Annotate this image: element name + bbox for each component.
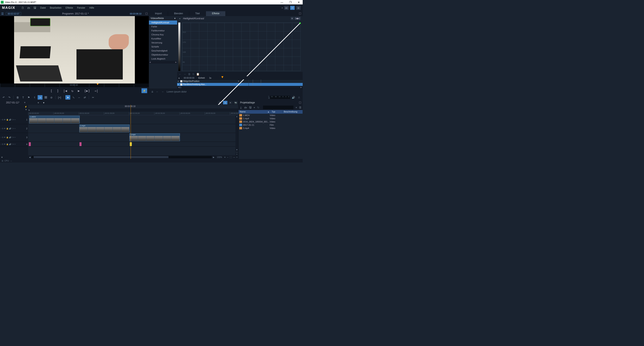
hint-back-icon[interactable]: ← xyxy=(156,90,158,93)
ripple-tool[interactable]: ⇄ xyxy=(82,95,87,100)
fx-curve-editor[interactable]: 213 170 128 85 xyxy=(182,21,301,71)
zoom-dropdown-icon[interactable]: ▾ xyxy=(224,156,226,158)
link-button[interactable]: 𐄳 xyxy=(43,95,48,100)
fx-item-geschwindigkeit[interactable]: Geschwindigkeit xyxy=(149,49,177,53)
maximize-panel-icon[interactable] xyxy=(146,13,148,15)
zoom-in-icon[interactable]: + xyxy=(236,156,238,158)
fx-reset-icon[interactable]: |◀▶| xyxy=(294,17,301,20)
fx-item-farbe[interactable]: Farbe xyxy=(149,24,177,28)
cut-tool[interactable]: ✂ xyxy=(90,95,96,100)
track-head[interactable]: ▫S👁🔒🔊⎍•÷2 xyxy=(0,124,28,133)
track-head[interactable]: ▫S👁🔒🔊⎍•÷1 xyxy=(0,115,28,124)
range-start-icon[interactable]: [ xyxy=(50,89,52,93)
fx-item-farbkorrektur[interactable]: Farbkorrektur xyxy=(149,28,177,32)
redo-button[interactable]: ↷ xyxy=(7,95,12,100)
snap-button[interactable]: ⊃ xyxy=(38,95,42,100)
chevron-double-down-icon[interactable]: ⇊ xyxy=(151,90,153,93)
scroll-left-icon[interactable]: ◀ xyxy=(29,156,30,158)
preview-timebar[interactable]: 03:06:10 xyxy=(0,83,149,87)
open-folder-icon[interactable]: 🗁 xyxy=(27,6,30,9)
fx-item-chromakey[interactable]: Chroma Key xyxy=(149,32,177,37)
tab-dropdown-icon[interactable]: ▾ xyxy=(41,101,46,104)
new-file-icon[interactable]: 🗋 xyxy=(21,6,24,9)
fx-item-schrfe[interactable]: Schärfe xyxy=(149,45,177,49)
pointer-tool[interactable]: ➤ xyxy=(66,95,70,100)
fx-item-objektivkorrektur[interactable]: Objektivkorrektur xyxy=(149,53,177,57)
cc-button[interactable]: cc xyxy=(284,6,288,10)
tab-import[interactable]: Import xyxy=(149,11,168,16)
timecode-in[interactable]: 00:02:02:07 xyxy=(6,12,21,15)
fx-item-kunstfilter[interactable]: Kunstfilter xyxy=(149,37,177,41)
close-button[interactable]: ✕ xyxy=(298,1,300,4)
save-icon[interactable]: 🖫 xyxy=(34,6,36,9)
marker-flag[interactable]: ⚑ xyxy=(28,109,30,111)
nav-back-icon[interactable]: ← xyxy=(179,73,181,76)
zoom-out-icon[interactable]: — xyxy=(233,156,235,158)
play-icon[interactable]: ▶ xyxy=(78,89,80,93)
timeline-hscroll[interactable]: ◀ ▶ 131% ▾ ↔ ⛶ — + xyxy=(28,155,238,159)
fx-category[interactable]: Videoeffekte▾ xyxy=(149,16,177,20)
fit-width-icon[interactable]: ↔ xyxy=(226,156,228,158)
ungroup-button[interactable]: ⊘ xyxy=(49,95,54,100)
goto-start-icon[interactable]: |◀ xyxy=(63,89,67,93)
marker-button[interactable]: ⚑ xyxy=(26,95,31,100)
title-button[interactable]: T xyxy=(21,95,26,100)
param-playhead[interactable] xyxy=(222,76,224,78)
group-button[interactable]: ⦀ xyxy=(32,95,37,100)
track[interactable]: 2.mp4 xyxy=(28,124,238,133)
fx-dropdown-icon[interactable]: ▾ xyxy=(290,17,294,20)
loop-icon[interactable]: ↻ xyxy=(72,89,74,93)
fx-item-lookabgleich[interactable]: Look-Abgleich xyxy=(149,57,177,61)
track[interactable]: 1.MOV xyxy=(28,115,238,124)
arrow-right-icon[interactable]: ▸ xyxy=(179,77,180,79)
menu-hilfe[interactable]: Hilfe xyxy=(89,6,94,9)
goto-end-icon[interactable]: →| xyxy=(94,89,98,93)
tab-effekte[interactable]: Effekte xyxy=(206,11,226,16)
marker-flag-icon[interactable]: ⚑ xyxy=(25,109,27,111)
menu-datei[interactable]: Datei xyxy=(40,6,46,9)
minimize-button[interactable]: — xyxy=(280,1,283,4)
menu-fenster[interactable]: Fenster xyxy=(77,6,85,9)
add-button[interactable]: [+] xyxy=(57,95,62,100)
select-tool[interactable]: ⤡ xyxy=(71,95,76,100)
clip[interactable]: 1.MOV xyxy=(29,116,80,123)
fx-list-scrollbar[interactable]: ◀▶ xyxy=(149,61,177,63)
add-track-button[interactable]: + xyxy=(0,155,28,159)
grid-icon[interactable]: ⊞ xyxy=(2,160,3,162)
stretch-tool[interactable]: ↔ xyxy=(77,95,82,100)
bolt-button[interactable]: ⚡ xyxy=(142,88,147,93)
hint-fwd-icon[interactable]: → xyxy=(162,90,164,93)
add-tab-button[interactable]: + xyxy=(36,101,41,104)
track-head[interactable]: ▫S👁🔒🔊⎍•÷3 xyxy=(0,133,28,142)
delete-button[interactable]: 🗑 xyxy=(15,95,20,100)
bolt-small-icon[interactable]: ⚡ xyxy=(24,106,27,108)
fit-all-icon[interactable]: ⛶ xyxy=(230,156,232,158)
menu-dot[interactable]: • xyxy=(282,7,282,9)
menu-effekte[interactable]: Effekte xyxy=(66,6,73,9)
tab-titel[interactable]: Titel xyxy=(189,11,206,16)
undo-button[interactable]: ↶ xyxy=(1,95,6,100)
menu-bearbeiten[interactable]: Bearbeiten xyxy=(50,6,62,9)
timeline-markers[interactable]: ⚑ xyxy=(28,109,238,112)
track-head[interactable]: ▫S👁🔒🔊⎍•÷4 xyxy=(0,142,28,147)
track[interactable]: 3.mp4 xyxy=(28,133,238,142)
scroll-right-icon[interactable]: ▶ xyxy=(213,156,214,158)
zoom-level[interactable]: 131% xyxy=(216,156,224,158)
timeline-marker[interactable] xyxy=(80,142,82,146)
timeline-marker[interactable] xyxy=(29,142,31,146)
timeline-ruler[interactable]: ,00:00:00;00,00:00:30;00,00:01:00;00,00:… xyxy=(28,112,238,115)
play-range-icon[interactable]: [▶] xyxy=(84,89,90,93)
playhead-marker[interactable] xyxy=(96,83,98,85)
maximize-button[interactable]: ❐ xyxy=(289,1,292,4)
timeline-playhead[interactable] xyxy=(130,105,131,159)
range-end-icon[interactable]: ] xyxy=(57,89,59,93)
timeline-vscroll[interactable]: ▲▼—+ xyxy=(236,115,238,155)
marker-track[interactable] xyxy=(28,142,238,147)
tab-blenden[interactable]: Blenden xyxy=(168,11,189,16)
preview-viewport[interactable] xyxy=(0,16,149,83)
timeline-tab[interactable]: 2017-01-11* × xyxy=(0,101,36,105)
clip[interactable]: 3.mp4 xyxy=(130,133,180,141)
hamburger-icon[interactable]: ☰ xyxy=(1,12,4,15)
target-button[interactable]: ◎ xyxy=(296,6,301,10)
clip[interactable]: 2.mp4 xyxy=(79,124,130,132)
